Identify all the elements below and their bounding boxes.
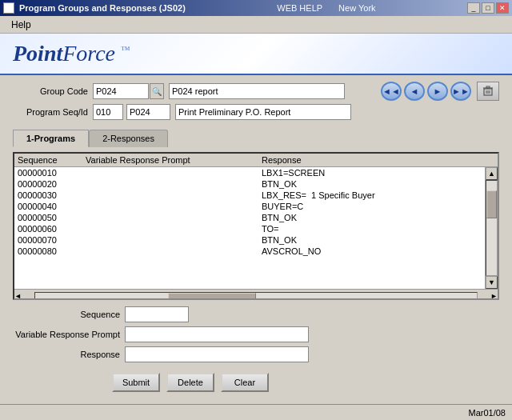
scroll-thumb[interactable]: [486, 190, 497, 218]
program-seq-row: Program Seq/Id: [13, 104, 499, 120]
tabs-area: 1-Programs 2-Responses: [0, 126, 512, 147]
logo-area: PointForce ™: [0, 34, 512, 75]
nav-prev-button[interactable]: ◄: [404, 82, 425, 101]
status-date: Mar01/08: [469, 408, 506, 418]
logo-light: Force: [62, 41, 115, 66]
title-bar: Program Groups and Responses (JS02) WEB …: [0, 0, 512, 16]
table-row[interactable]: 00000060 TO=: [14, 223, 485, 234]
vrp-row: Variable Response Prompt: [13, 326, 499, 342]
col-header-sequence: Sequence: [18, 155, 86, 165]
svg-rect-2: [486, 86, 490, 88]
submit-button[interactable]: Submit: [112, 373, 160, 392]
main-content: Sequence Variable Response Prompt Respon…: [0, 147, 512, 300]
group-code-search-button[interactable]: 🔍: [150, 83, 164, 99]
vrp-label: Variable Response Prompt: [13, 330, 125, 339]
nav-last-button[interactable]: ►►: [450, 82, 471, 101]
prog-desc-input[interactable]: [175, 104, 351, 120]
table-row[interactable]: 00000010 LBX1=SCREEN: [14, 167, 485, 178]
h-scroll-thumb[interactable]: [168, 293, 256, 299]
group-code-row: Group Code 🔍 ◄◄ ◄ ► ►►: [13, 82, 499, 101]
program-seq-label: Program Seq/Id: [13, 107, 93, 117]
table-row[interactable]: 00000070 BTN_OK: [14, 234, 485, 246]
nav-first-button[interactable]: ◄◄: [381, 82, 402, 101]
col-header-response: Response: [262, 155, 494, 165]
title-bar-text: Program Groups and Responses (JS02): [19, 3, 186, 13]
maximize-button[interactable]: □: [482, 2, 494, 14]
location-label: New York: [338, 3, 375, 13]
group-code-label: Group Code: [13, 86, 93, 96]
response-field[interactable]: [125, 346, 309, 362]
sequence-label: Sequence: [13, 310, 125, 319]
app-icon: [3, 2, 14, 14]
table-row[interactable]: 00000020 BTN_OK: [14, 178, 485, 190]
col-header-vrp: Variable Response Prompt: [86, 155, 262, 165]
sequence-row: Sequence: [13, 306, 499, 322]
nav-next-button[interactable]: ►: [427, 82, 448, 101]
scroll-left-button[interactable]: ◄: [14, 292, 22, 300]
logo-bold: Point: [13, 41, 62, 66]
table-body[interactable]: 00000010 LBX1=SCREEN 00000020 BTN_OK 000…: [14, 167, 498, 289]
menu-help[interactable]: Help: [5, 18, 38, 32]
tab-responses[interactable]: 2-Responses: [89, 130, 168, 147]
clear-button[interactable]: Clear: [221, 373, 269, 392]
minimize-button[interactable]: _: [467, 2, 480, 14]
scroll-up-button[interactable]: ▲: [486, 167, 498, 180]
horizontal-scrollbar[interactable]: ◄ ►: [14, 289, 498, 300]
seq-input[interactable]: [93, 104, 123, 120]
close-button[interactable]: ✕: [496, 2, 509, 14]
logo: PointForce ™: [13, 41, 130, 66]
scroll-down-button[interactable]: ▼: [486, 276, 498, 289]
data-table: Sequence Variable Response Prompt Respon…: [13, 152, 499, 300]
form-area: Group Code 🔍 ◄◄ ◄ ► ►► Program Seq/Id: [0, 75, 512, 126]
bottom-form: Sequence Variable Response Prompt Respon…: [0, 306, 512, 362]
window-controls[interactable]: _ □ ✕: [467, 2, 509, 14]
h-scroll-track[interactable]: [34, 292, 478, 300]
sequence-field[interactable]: [125, 306, 189, 322]
group-desc-input[interactable]: [169, 83, 345, 99]
trash-icon: [482, 86, 494, 97]
response-row: Response: [13, 346, 499, 362]
web-help-link[interactable]: WEB HELP: [277, 3, 322, 13]
action-buttons: Submit Delete Clear: [0, 366, 512, 395]
table-header: Sequence Variable Response Prompt Respon…: [14, 154, 498, 167]
delete-button[interactable]: Delete: [166, 373, 214, 392]
status-bar: Mar01/08: [0, 404, 512, 420]
table-row[interactable]: 00000030 LBX_RES= 1 Specific Buyer: [14, 190, 485, 201]
title-bar-menu: WEB HELP New York: [277, 3, 375, 13]
vrp-field[interactable]: [125, 326, 309, 342]
vertical-scrollbar[interactable]: ▲ ▼: [485, 167, 498, 289]
prog-input[interactable]: [126, 104, 170, 120]
table-row[interactable]: 00000050 BTN_OK: [14, 212, 485, 223]
scroll-right-button[interactable]: ►: [490, 292, 498, 300]
delete-top-button[interactable]: [477, 82, 499, 101]
table-row[interactable]: 00000040 BUYER=C: [14, 201, 485, 212]
group-code-input[interactable]: [93, 83, 149, 99]
menu-bar: Help: [0, 16, 512, 34]
scroll-track[interactable]: [486, 180, 498, 276]
nav-buttons[interactable]: ◄◄ ◄ ► ►►: [381, 82, 499, 101]
tab-programs[interactable]: 1-Programs: [13, 130, 89, 147]
response-label: Response: [13, 350, 125, 359]
table-row[interactable]: 00000080 AVSCROL_NO: [14, 246, 485, 257]
